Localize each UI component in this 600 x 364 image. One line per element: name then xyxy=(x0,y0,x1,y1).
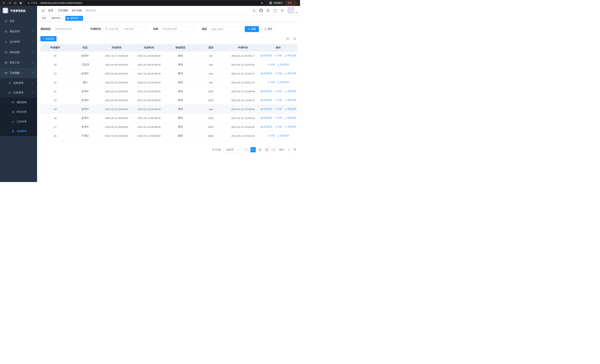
goto-page-input[interactable] xyxy=(285,147,293,152)
browser-menu-icon[interactable]: ⋮ xyxy=(293,2,296,4)
sidebar-item-leave-query[interactable]: 请假查询 xyxy=(0,126,37,136)
detail-link[interactable]: 详情 xyxy=(275,125,282,129)
tab-home[interactable]: 首页 xyxy=(40,16,48,21)
cancel-leave-link[interactable]: 取消请假 xyxy=(261,116,272,120)
detail-link[interactable]: 详情 xyxy=(268,134,275,137)
tab-bar: 首页 流程详情 × 请假查询 × xyxy=(37,15,300,21)
approval-progress-link[interactable]: 审批进度 xyxy=(277,134,289,137)
sidebar-item-todo-tasks[interactable]: 待办任务 xyxy=(0,107,37,117)
font-size-icon[interactable]: TT xyxy=(279,7,285,14)
cancel-leave-link[interactable]: 取消请假 xyxy=(261,90,272,93)
github-icon[interactable] xyxy=(258,7,264,14)
page-button-2[interactable]: 2 xyxy=(257,147,262,152)
security-warning[interactable]: 不安全 xyxy=(28,1,38,5)
approval-progress-link[interactable]: 审批进度 xyxy=(284,116,296,120)
browser-home-icon[interactable] xyxy=(18,0,23,6)
sidebar-item-home[interactable]: 首页 xyxy=(0,16,37,26)
browser-update-button[interactable]: 更新 ⋮ xyxy=(285,1,298,5)
reset-button[interactable]: 重置 xyxy=(261,26,275,32)
approval-progress-link[interactable]: 审批进度 xyxy=(284,54,296,57)
cancel-leave-link[interactable]: 取消请假 xyxy=(261,72,272,75)
tab-process-detail[interactable]: 流程详情 × xyxy=(49,16,64,21)
collapse-sidebar-icon[interactable] xyxy=(40,7,46,14)
cell-apply-time: 2022-01-22 23:43:16 xyxy=(226,131,260,140)
create-leave-button[interactable]: + 发起请假 xyxy=(40,36,56,41)
col-leave-type: 请假类型 xyxy=(165,44,196,51)
browser-back-icon[interactable] xyxy=(1,0,7,6)
col-status: 状态 xyxy=(70,44,100,51)
table-row: 21 处理中 2022-01-22 00:00:00 2022-01-23 00… xyxy=(40,87,297,96)
approval-progress-link[interactable]: 审批进度 xyxy=(277,81,289,84)
sidebar-item-task-mgmt[interactable]: 任务管理 xyxy=(0,88,37,97)
approval-progress-link[interactable]: 审批进度 xyxy=(284,72,296,75)
sidebar-item-workflow[interactable]: 工作流程 xyxy=(0,68,37,78)
leave-type-select[interactable]: 请选择请假类型 xyxy=(53,26,85,32)
sidebar-item-process-mgmt[interactable]: 流程管理 xyxy=(0,78,37,88)
user-menu[interactable] xyxy=(288,7,297,14)
approval-progress-link[interactable]: 审批进度 xyxy=(277,63,289,66)
next-page-button[interactable] xyxy=(271,147,276,152)
detail-label: 详情 xyxy=(278,107,282,111)
approval-progress-link[interactable]: 审批进度 xyxy=(284,125,296,129)
sidebar-item-done-tasks[interactable]: 已办任务 xyxy=(0,117,37,126)
approval-progress-link[interactable]: 审批进度 xyxy=(284,99,296,102)
sidebar-item-system[interactable]: 系统管理 xyxy=(0,26,37,37)
cell-operations: 详情 审批进度 xyxy=(260,131,297,140)
detail-link[interactable]: 详情 xyxy=(275,116,282,120)
page-button-3[interactable]: 3 xyxy=(264,147,269,152)
prev-page-button[interactable] xyxy=(244,147,249,152)
detail-link[interactable]: 详情 xyxy=(275,72,282,75)
cell-operations: 详情 审批进度 xyxy=(260,78,297,87)
help-icon[interactable]: ? xyxy=(265,7,271,14)
tab-leave-query[interactable]: 请假查询 × xyxy=(66,16,83,21)
refresh-icon[interactable] xyxy=(293,37,296,40)
sidebar-item-infra[interactable]: 基础设施 xyxy=(0,47,37,57)
cancel-leave-link[interactable]: 取消请假 xyxy=(261,107,272,111)
sidebar-item-my-process[interactable]: 我的流程 xyxy=(0,97,37,107)
url-text[interactable]: dashboard.yudao.iocoder.cn/bpm/oa/leave xyxy=(40,2,259,4)
fullscreen-icon[interactable] xyxy=(272,7,278,14)
breadcrumb-workflow[interactable]: 工作流程 xyxy=(57,9,68,12)
cancel-leave-link[interactable]: 取消请假 xyxy=(261,125,272,129)
avatar[interactable] xyxy=(288,7,295,14)
breadcrumb-oa-demo[interactable]: OA 示例 xyxy=(72,9,81,12)
browser-reload-icon[interactable] xyxy=(13,0,18,6)
detail-link[interactable]: 详情 xyxy=(275,54,282,57)
cancel-leave-link[interactable]: 取消请假 xyxy=(261,54,272,57)
page-size-select[interactable]: 10条/页 xyxy=(223,147,242,152)
result-select[interactable]: 请选择流结果 xyxy=(160,26,196,32)
sidebar-item-payment[interactable]: ¥ 支付管理 xyxy=(0,37,37,47)
chevron-down-icon xyxy=(238,149,240,151)
toggle-search-icon[interactable] xyxy=(286,37,289,40)
detail-link[interactable]: 详情 xyxy=(275,90,282,93)
page-button-1[interactable]: 1 xyxy=(251,147,256,152)
close-icon[interactable]: × xyxy=(80,17,81,19)
update-label[interactable]: 更新 xyxy=(287,1,292,5)
cancel-leave-link[interactable]: 取消请假 xyxy=(261,99,272,102)
approval-progress-label: 审批进度 xyxy=(280,134,289,137)
detail-link[interactable]: 详情 xyxy=(275,107,282,111)
breadcrumb-home[interactable]: 首页 xyxy=(48,9,53,12)
detail-link[interactable]: 详情 xyxy=(275,99,282,102)
detail-link[interactable]: 详情 xyxy=(268,63,275,66)
sidebar-item-devtools[interactable]: 研发工具 xyxy=(0,57,37,68)
approval-progress-link[interactable]: 审批进度 xyxy=(284,90,296,93)
end-date-placeholder: 结束日期 xyxy=(124,28,134,31)
approval-progress-label: 审批进度 xyxy=(287,99,296,102)
range-separator: - xyxy=(121,28,122,31)
detail-link[interactable]: 详情 xyxy=(268,81,275,84)
apply-time-range-picker[interactable]: 开始日期 - 结束日期 xyxy=(103,26,148,32)
browser-forward-icon[interactable] xyxy=(7,0,12,6)
approval-progress-label: 审批进度 xyxy=(280,81,289,84)
cell-start-time: 2022-01-22 00:00:00 xyxy=(100,122,133,131)
search-icon[interactable] xyxy=(251,7,257,14)
search-button[interactable]: 搜索 xyxy=(245,26,259,32)
close-icon[interactable]: × xyxy=(61,17,62,19)
svg-text:?: ? xyxy=(268,9,269,11)
address-bar[interactable]: 不安全 dashboard.yudao.iocoder.cn/bpm/oa/le… xyxy=(25,1,266,5)
cell-status: 已取消 xyxy=(70,60,100,69)
bookmark-star-icon[interactable] xyxy=(261,2,263,4)
approval-progress-link[interactable]: 审批进度 xyxy=(284,107,296,111)
address-divider xyxy=(39,2,39,4)
reason-input[interactable] xyxy=(209,26,241,32)
